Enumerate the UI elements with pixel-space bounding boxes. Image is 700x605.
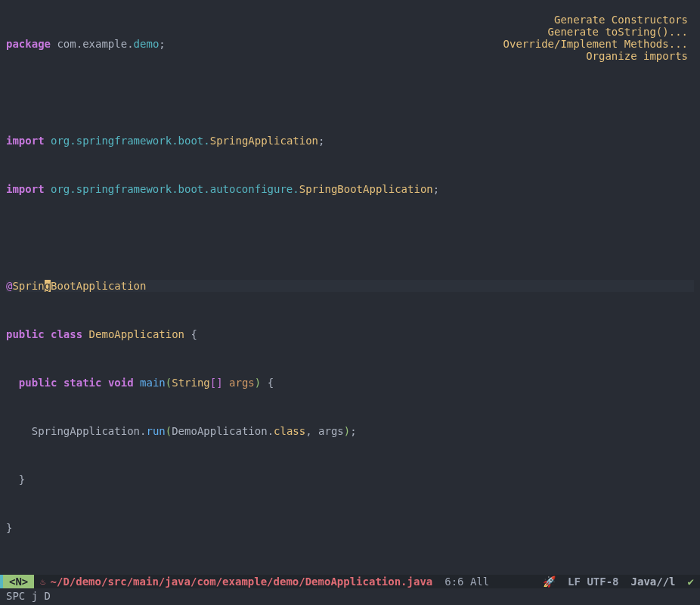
paren-close: ) bbox=[255, 377, 261, 389]
pkg-path: org.springframework.boot.autoconfigure. bbox=[45, 183, 299, 195]
class-name: DemoApplication bbox=[89, 328, 184, 340]
keyword-void: void bbox=[108, 377, 134, 389]
cursor: g bbox=[45, 280, 51, 292]
semicolon: ; bbox=[159, 38, 165, 50]
major-mode[interactable]: Java//l bbox=[625, 575, 682, 588]
paren-open: ( bbox=[166, 377, 172, 389]
code-line: import org.springframework.boot.SpringAp… bbox=[6, 135, 700, 147]
action-override-implement[interactable]: Override/Implement Methods... bbox=[503, 38, 688, 50]
arg-args: args bbox=[318, 425, 344, 437]
action-organize-imports[interactable]: Organize imports bbox=[503, 50, 688, 62]
code-action-popup: Generate Constructors Generate toString(… bbox=[503, 14, 688, 62]
keyword-static: static bbox=[63, 377, 102, 389]
param-args: args bbox=[223, 377, 255, 389]
dot: . bbox=[268, 425, 274, 437]
action-generate-tostring[interactable]: Generate toString()... bbox=[503, 26, 688, 38]
modeline: <N> ♨ ~/D/demo/src/main/java/com/example… bbox=[0, 575, 700, 588]
paren-close: ) bbox=[344, 425, 350, 437]
pkg-path: org.springframework.boot. bbox=[45, 135, 210, 147]
brace-open: { bbox=[261, 377, 274, 389]
keyword-import: import bbox=[6, 183, 45, 195]
file-section: ♨ ~/D/demo/src/main/java/com/example/dem… bbox=[34, 575, 438, 588]
class-name: SpringApplication bbox=[210, 135, 318, 147]
buffer-file-path[interactable]: ~/D/demo/src/main/java/com/example/demo/… bbox=[51, 576, 433, 588]
code-line-blank bbox=[6, 231, 700, 244]
code-line: public class DemoApplication { bbox=[6, 328, 700, 340]
editor-area[interactable]: package com.example.demo; import org.spr… bbox=[0, 0, 700, 575]
keyword-public: public bbox=[19, 377, 57, 389]
minibuffer-text: SPC j D bbox=[6, 590, 51, 602]
keyword-import: import bbox=[6, 135, 45, 147]
method-main: main bbox=[140, 377, 166, 389]
semicolon: ; bbox=[433, 183, 439, 195]
code-line: } bbox=[6, 522, 700, 534]
buffer-position: 6:6 All bbox=[438, 575, 495, 588]
paren-open: ( bbox=[166, 425, 172, 437]
brace-close: } bbox=[6, 473, 25, 486]
semicolon: ; bbox=[350, 425, 356, 437]
code-line: SpringApplication.run(DemoApplication.cl… bbox=[6, 425, 700, 437]
buffer-encoding[interactable]: LF UTF-8 bbox=[562, 575, 624, 588]
indent bbox=[6, 425, 32, 437]
class-name: SpringBootApplication bbox=[299, 183, 433, 195]
lsp-rocket-icon[interactable]: 🚀 bbox=[537, 575, 562, 588]
code-line: import org.springframework.boot.autoconf… bbox=[6, 183, 700, 195]
semicolon: ; bbox=[318, 135, 324, 147]
pkg-path: com.example. bbox=[51, 38, 134, 50]
type-string: String bbox=[172, 377, 210, 389]
keyword-public: public bbox=[6, 328, 45, 340]
keyword-class-literal: class bbox=[274, 425, 305, 437]
evil-state-normal[interactable]: <N> bbox=[3, 575, 34, 588]
minibuffer[interactable]: SPC j D bbox=[0, 588, 700, 605]
keyword-package: package bbox=[6, 38, 51, 50]
annotation-name-a: Sprin bbox=[12, 280, 44, 292]
code-line: } bbox=[6, 473, 700, 486]
comma: , bbox=[305, 425, 318, 437]
method-run: run bbox=[146, 425, 165, 437]
code-line: public static void main(String[] args) { bbox=[6, 377, 700, 389]
arg-class: DemoApplication bbox=[172, 425, 267, 437]
code-line-current: @SpringBootApplication bbox=[6, 280, 694, 292]
pkg-demo: demo bbox=[134, 38, 160, 50]
keyword-class: class bbox=[51, 328, 82, 340]
action-generate-constructors[interactable]: Generate Constructors bbox=[503, 14, 688, 26]
brace-open: { bbox=[184, 328, 197, 340]
java-icon: ♨ bbox=[40, 576, 45, 588]
flycheck-status-icon[interactable]: ✔ bbox=[682, 575, 700, 588]
code-line-blank bbox=[6, 86, 700, 98]
annotation-name-b: BootApplication bbox=[51, 280, 146, 292]
callee: SpringApplication bbox=[32, 425, 140, 437]
brace-close: } bbox=[6, 522, 12, 534]
brackets: [] bbox=[210, 377, 223, 389]
